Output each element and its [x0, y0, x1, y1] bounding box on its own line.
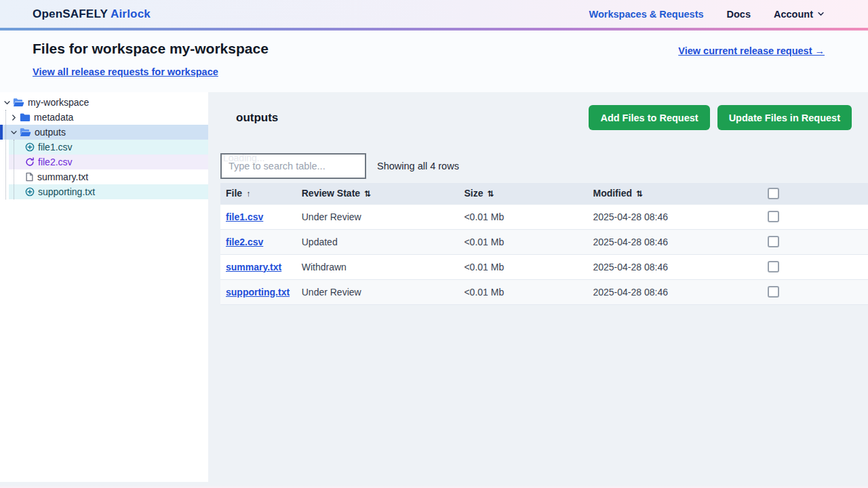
review-state-cell: Under Review — [296, 279, 459, 304]
tree-item-label: my-workspace — [28, 97, 89, 108]
column-header-review-state[interactable]: Review State⇅ — [296, 183, 459, 204]
sort-ascending-icon: ↑ — [246, 189, 250, 199]
table-row: file2.csv Updated <0.01 Mb 2025-04-28 08… — [220, 229, 868, 254]
sort-both-icon: ⇅ — [364, 189, 371, 199]
account-label: Account — [774, 9, 813, 20]
sort-both-icon: ⇅ — [636, 189, 643, 199]
brand-logo[interactable]: OpenSAFELY Airlock — [33, 7, 151, 21]
update-files-in-request-button[interactable]: Update Files in Request — [717, 105, 852, 130]
refresh-icon — [25, 157, 35, 167]
tree-item-my-workspace[interactable]: my-workspace — [0, 95, 208, 110]
search-input[interactable] — [222, 155, 365, 178]
brand-airlock: Airlock — [111, 7, 151, 20]
sort-both-icon: ⇅ — [487, 189, 494, 199]
plus-circle-icon — [25, 187, 35, 197]
top-navbar: OpenSAFELY Airlock Workspaces & Requests… — [0, 0, 868, 28]
page-title: Files for workspace my-workspace — [33, 41, 269, 57]
add-files-to-request-button[interactable]: Add Files to Request — [589, 105, 709, 130]
table-row: supporting.txt Under Review <0.01 Mb 202… — [220, 279, 868, 304]
tree-item-label: outputs — [35, 127, 66, 138]
column-header-size[interactable]: Size⇅ — [458, 183, 587, 204]
review-state-cell: Withdrawn — [296, 254, 459, 279]
request-actions: Add Files to Request Update Files in Req… — [589, 105, 852, 130]
chevron-down-icon — [817, 9, 825, 20]
tree-item-label: supporting.txt — [38, 186, 95, 197]
chevron-down-icon[interactable] — [2, 99, 12, 106]
row-count-status: Showing all 4 rows — [377, 161, 459, 171]
account-menu[interactable]: Account — [774, 9, 825, 20]
tree-item-label: metadata — [34, 112, 73, 123]
modified-cell: 2025-04-28 08:46 — [587, 229, 755, 254]
brand-opensafely: OpenSAFELY — [33, 7, 108, 20]
row-checkbox[interactable] — [768, 236, 779, 247]
chevron-right-icon[interactable] — [9, 114, 18, 121]
table-row: file1.csv Under Review <0.01 Mb 2025-04-… — [220, 204, 868, 229]
nav-links: Workspaces & Requests Docs Account — [589, 9, 825, 20]
modified-cell: 2025-04-28 08:46 — [587, 254, 755, 279]
view-current-release-request-link[interactable]: View current release request → — [678, 45, 825, 56]
view-all-release-requests-link[interactable]: View all release requests for workspace — [33, 66, 218, 77]
tree-item-file2-csv[interactable]: file2.csv — [9, 155, 208, 169]
folder-closed-icon — [20, 113, 31, 122]
plus-circle-icon — [25, 142, 35, 152]
document-icon — [25, 172, 34, 182]
nav-link-workspaces[interactable]: Workspaces & Requests — [589, 9, 704, 20]
footer-strip — [0, 482, 868, 488]
page-header: Files for workspace my-workspace View cu… — [0, 30, 868, 92]
tree-item-label: file1.csv — [38, 142, 73, 152]
tree-item-summary-txt[interactable]: summary.txt — [9, 169, 208, 184]
folder-open-icon — [20, 127, 31, 138]
nav-link-docs[interactable]: Docs — [727, 9, 751, 20]
file-link[interactable]: supporting.txt — [226, 287, 290, 298]
row-checkbox[interactable] — [768, 211, 779, 222]
file-tree-sidebar: my-workspace metadata outputs — [0, 92, 208, 482]
size-cell: <0.01 Mb — [458, 229, 587, 254]
tree-item-supporting-txt[interactable]: supporting.txt — [9, 184, 208, 199]
column-header-file[interactable]: File↑ — [220, 183, 296, 204]
review-state-cell: Under Review — [296, 204, 459, 229]
tree-item-label: summary.txt — [37, 171, 88, 182]
file-link[interactable]: file1.csv — [226, 211, 263, 222]
folder-open-icon — [13, 98, 24, 108]
review-state-cell: Updated — [296, 229, 459, 254]
tree-indent-guide — [5, 110, 6, 199]
size-cell: <0.01 Mb — [458, 279, 587, 304]
table-header-row: File↑ Review State⇅ Size⇅ Modified⇅ — [220, 183, 868, 204]
main-panel: outputs Add Files to Request Update File… — [208, 92, 868, 482]
tree-indent-guide — [14, 140, 14, 199]
tree-item-file1-csv[interactable]: file1.csv — [9, 140, 208, 155]
row-checkbox[interactable] — [768, 286, 779, 298]
content-area: my-workspace metadata outputs — [0, 92, 868, 482]
tree-item-label: file2.csv — [38, 157, 73, 167]
size-cell: <0.01 Mb — [458, 204, 587, 229]
file-link[interactable]: summary.txt — [226, 262, 281, 272]
file-link[interactable]: file2.csv — [226, 237, 263, 247]
airlock-app: OpenSAFELY Airlock Workspaces & Requests… — [0, 0, 868, 488]
table-controls: Loading... Showing all 4 rows — [220, 153, 868, 179]
table-row: summary.txt Withdrawn <0.01 Mb 2025-04-2… — [220, 254, 868, 279]
chevron-down-icon[interactable] — [9, 129, 18, 136]
tree-item-outputs[interactable]: outputs — [0, 125, 208, 140]
section-title: outputs — [236, 111, 278, 125]
row-checkbox[interactable] — [768, 261, 779, 272]
tree-item-metadata[interactable]: metadata — [0, 110, 208, 125]
select-all-checkbox[interactable] — [768, 188, 779, 199]
modified-cell: 2025-04-28 08:46 — [587, 279, 755, 304]
search-box: Loading... — [220, 153, 366, 179]
column-header-select — [755, 183, 868, 204]
modified-cell: 2025-04-28 08:46 — [587, 204, 755, 229]
files-table: File↑ Review State⇅ Size⇅ Modified⇅ — [220, 183, 868, 305]
size-cell: <0.01 Mb — [458, 254, 587, 279]
column-header-modified[interactable]: Modified⇅ — [587, 183, 755, 204]
